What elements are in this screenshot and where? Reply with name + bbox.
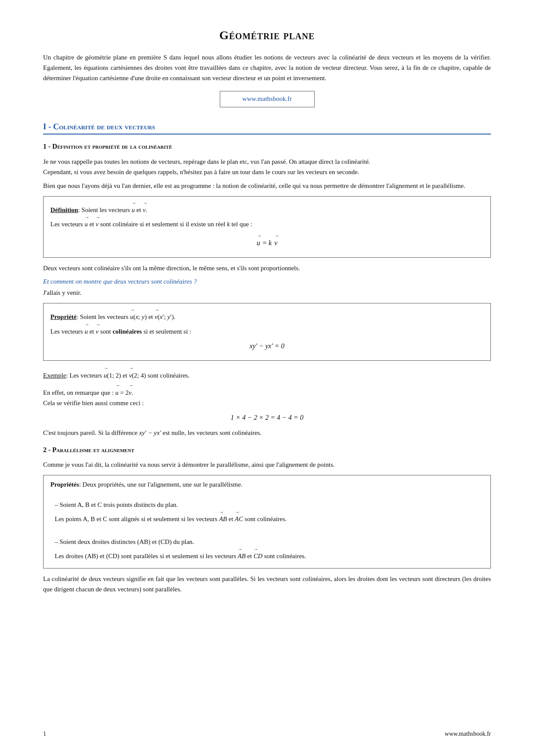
website-link[interactable]: www.mathsbook.fr xyxy=(220,91,315,107)
subsection-1-para3: Bien que nous l'ayons déjà vu l'an derni… xyxy=(43,181,491,191)
colineaire-para: Deux vecteurs sont colinéaire s'ils ont … xyxy=(43,263,491,273)
propriete-formula: xy′ − yx′ = 0 xyxy=(50,341,484,352)
props2-intro-line: Propriétés: Deux propriétés, une sur l'a… xyxy=(50,480,484,490)
props2-item2: – Soient deux droites distinctes (AB) et… xyxy=(55,537,484,562)
final-para: La colinéarité de deux vecteurs signifie… xyxy=(43,574,491,594)
footer-page-number: 1 xyxy=(43,729,46,739)
definition-box-line1: Définition: Soient les vecteurs →u et →v… xyxy=(50,201,484,215)
definition-formula: →u = k →v xyxy=(50,234,484,249)
example-formula2: 1 × 4 − 2 × 2 = 4 − 4 = 0 xyxy=(43,412,491,423)
italic-question: Et comment on montre que deux vecteurs s… xyxy=(43,277,491,287)
subsection-2-para: Comme je vous l'ai dit, la colinéarité v… xyxy=(43,459,491,470)
footer-website: www.mathsbook.fr xyxy=(445,729,491,739)
subsection-2-title: 2 - Parallélisme et alignement xyxy=(43,445,491,456)
subsection-1-title: 1 - Définition et propriété de la coliné… xyxy=(43,141,491,152)
difference-para: C'est toujours pareil. Si la différence … xyxy=(43,428,491,438)
definition-label: Définition xyxy=(50,206,78,213)
properties-box-2: Propriétés: Deux propriétés, une sur l'a… xyxy=(43,475,491,569)
propriete-label: Propriété xyxy=(50,313,77,320)
page-footer: 1 www.mathsbook.fr xyxy=(43,729,491,739)
example-remark: En effet, on remarque que : →u = 2→v. Ce… xyxy=(43,383,491,408)
page-title: Géométrie plane xyxy=(43,26,491,44)
example-line: Exemple: Les vecteurs →u(1; 2) et →v(2; … xyxy=(43,366,491,381)
italic-answer: J'allais y venir. xyxy=(43,287,491,298)
propriete-box: Propriété: Soient les vecteurs →u(x; y) … xyxy=(43,303,491,360)
definition-box: Définition: Soient les vecteurs →u et →v… xyxy=(43,196,491,258)
propriete-line2: Les vecteurs →u et →v sont colinéaires s… xyxy=(50,322,484,337)
propriete-line1: Propriété: Soient les vecteurs →u(x; y) … xyxy=(50,308,484,322)
intro-paragraph: Un chapitre de géométrie plane en premiè… xyxy=(43,52,491,83)
props2-item1: – Soient A, B et C trois points distinct… xyxy=(55,500,484,525)
subsection-1-para1: Je ne vous rappelle pas toutes les notio… xyxy=(43,156,491,177)
section-I-title: I - Colinéarité de deux vecteurs xyxy=(43,120,491,134)
definition-box-line2: Les vecteurs →u et →v sont colinéaire si… xyxy=(50,215,484,229)
